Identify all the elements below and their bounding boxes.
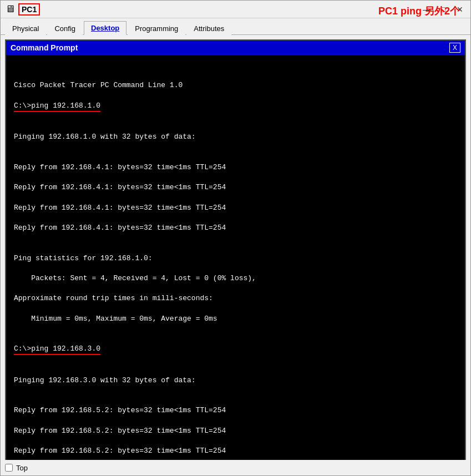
terminal-line-2: C:\>ping 192.168.1.0 — [14, 101, 457, 112]
command-prompt-window: Command Prompt X Cisco Packet Tracer PC … — [5, 39, 466, 460]
cmd-ping1: C:\>ping 192.168.1.0 — [14, 101, 100, 112]
tab-bar: Physical Config Desktop Programming Attr… — [1, 18, 470, 35]
terminal-line-8: Ping statistics for 192.168.1.0: — [14, 254, 457, 264]
cmd-body[interactable]: Cisco Packet Tracer PC Command Line 1.0 … — [6, 55, 465, 460]
top-label: Top — [16, 464, 28, 472]
terminal-line-12: C:\>ping 192.168.3.0 — [14, 344, 457, 355]
main-content: Command Prompt X Cisco Packet Tracer PC … — [1, 35, 470, 460]
cmd-ping2: C:\>ping 192.168.3.0 — [14, 344, 100, 355]
terminal-line-5: Reply from 192.168.4.1: bytes=32 time<1m… — [14, 183, 457, 193]
terminal-line-6: Reply from 192.168.4.1: bytes=32 time<1m… — [14, 203, 457, 213]
terminal-line-1: Cisco Packet Tracer PC Command Line 1.0 — [14, 80, 457, 90]
terminal-line-9: Packets: Sent = 4, Received = 4, Lost = … — [14, 274, 457, 283]
terminal-line-11: Minimum = 0ms, Maximum = 0ms, Average = … — [14, 314, 457, 324]
bottom-bar: Top — [1, 460, 470, 475]
window-icon: 🖥 — [5, 3, 15, 15]
main-window: 🖥 PC1 — □ ✕ PC1 ping 另外2个 Physical Confi… — [0, 0, 471, 476]
tab-programming[interactable]: Programming — [128, 22, 185, 35]
tab-physical[interactable]: Physical — [5, 22, 46, 35]
tab-desktop[interactable]: Desktop — [84, 21, 126, 35]
title-bar: 🖥 PC1 — □ ✕ — [1, 1, 470, 18]
tab-config[interactable]: Config — [47, 22, 83, 35]
title-bar-left: 🖥 PC1 — [5, 3, 40, 16]
terminal-line-10: Approximate round trip times in milli-se… — [14, 293, 457, 303]
cmd-title-bar: Command Prompt X — [6, 40, 465, 55]
cmd-title-text: Command Prompt — [11, 43, 78, 52]
terminal-line-7: Reply from 192.168.4.1: bytes=32 time<1m… — [14, 223, 457, 233]
terminal-line-16: Reply from 192.168.5.2: bytes=32 time<1m… — [14, 446, 457, 456]
window-title: PC1 — [18, 3, 40, 16]
top-checkbox[interactable] — [5, 464, 13, 472]
terminal-line-15: Reply from 192.168.5.2: bytes=32 time<1m… — [14, 426, 457, 436]
terminal-line-4: Reply from 192.168.4.1: bytes=32 time<1m… — [14, 163, 457, 173]
cmd-close-button[interactable]: X — [449, 43, 460, 53]
terminal-line-13: Pinging 192.168.3.0 with 32 bytes of dat… — [14, 376, 457, 386]
maximize-button[interactable]: □ — [437, 3, 449, 16]
title-bar-controls: — □ ✕ — [421, 3, 466, 16]
minimize-button[interactable]: — — [421, 3, 433, 16]
terminal-line-14: Reply from 192.168.5.2: bytes=32 time<1m… — [14, 406, 457, 416]
close-button[interactable]: ✕ — [454, 3, 466, 16]
terminal-line-3: Pinging 192.168.1.0 with 32 bytes of dat… — [14, 132, 457, 142]
tab-attributes[interactable]: Attributes — [186, 22, 231, 35]
